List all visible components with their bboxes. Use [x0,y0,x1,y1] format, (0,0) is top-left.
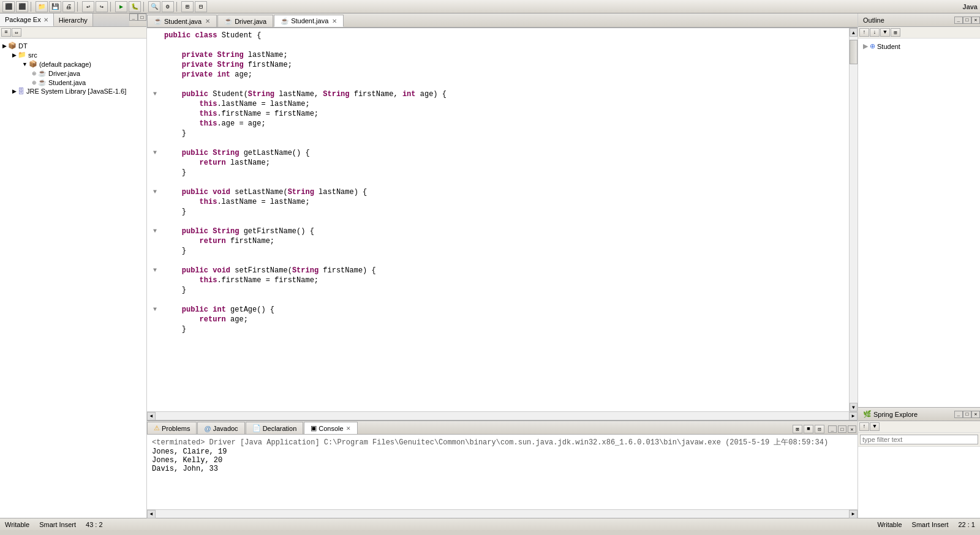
clear-console-btn[interactable]: ⊠ [793,425,802,433]
h-scroll-left[interactable]: ◄ [147,412,156,421]
arrow-default-pkg[interactable]: ▼ [22,61,28,67]
fold-setfirst[interactable]: ▼ [153,266,157,275]
tab-driver-java[interactable]: ☕ Driver.java [217,15,273,27]
fold-getage[interactable]: ▼ [153,305,157,315]
outline-btn-4[interactable]: ⊞ [891,28,900,37]
editor-tab-bar: ☕ Student.java ✕ ☕ Driver.java ☕ Student… [147,13,858,28]
arrow-jre[interactable]: ▶ [12,88,17,94]
tab-hierarchy[interactable]: Hierarchy [54,13,93,26]
toolbar-btn-2[interactable]: ⬛ [16,1,28,12]
spring-tab-bar: 🌿 Spring Explore _ □ ✕ [858,408,980,421]
code-line-constructor: ▼ public Student(String lastName, String… [164,89,844,99]
bottom-panel-maximize[interactable]: □ [838,425,846,433]
stop-console-btn[interactable]: ■ [804,425,813,433]
toolbar-btn-debug[interactable]: 🐛 [129,1,141,12]
package-explorer-label: Package Ex [5,16,41,23]
scroll-down[interactable]: ▼ [850,403,858,411]
outline-expand[interactable]: ▶ [863,42,868,50]
code-editor[interactable]: public class Student { private String la… [147,28,858,411]
link-editor-btn[interactable]: ⇔ [12,28,21,37]
tab-javadoc[interactable]: @ Javadoc [197,422,244,434]
toolbar-btn-1[interactable]: ⬛ [2,1,15,12]
outline-minimize[interactable]: _ [954,17,963,24]
package-explorer-close[interactable]: ✕ [43,17,48,23]
outline-btn-2[interactable]: ↓ [870,28,880,37]
bottom-panel-minimize[interactable]: _ [828,425,837,433]
tab-problems[interactable]: ⚠ Problems [147,422,197,434]
tab-outline[interactable]: Outline [858,15,954,25]
console-icon: ▣ [311,424,317,432]
arrow-dt[interactable]: ▶ [2,43,7,49]
h-scroll-right[interactable]: ► [849,412,858,421]
outline-item-student[interactable]: ▶ ⊕ Student [861,41,978,51]
editor-scrollbar[interactable]: ▲ ▼ [849,28,858,411]
outline-btn-1[interactable]: ↑ [859,28,869,37]
scroll-up[interactable]: ▲ [850,28,858,37]
console-btn-3[interactable]: ⊡ [815,425,824,433]
toolbar-btn-7[interactable]: ↪ [96,1,108,12]
console-h-left[interactable]: ◄ [147,510,156,518]
spring-btn-1[interactable]: ↑ [859,422,869,431]
fold-getlast[interactable]: ▼ [153,148,157,158]
toolbar-btn-run[interactable]: ▶ [115,1,127,12]
toolbar-btn-10[interactable]: ⊞ [181,1,194,12]
code-line-31: } [164,324,844,334]
tree-item-student-java[interactable]: ⊕ ☕ Student.java [2,78,144,87]
expand-sj[interactable]: ⊕ [32,80,37,86]
expand-dj[interactable]: ⊕ [32,70,37,77]
outline-btn-3[interactable]: ▼ [880,28,890,37]
tab-package-explorer[interactable]: Package Ex ✕ [0,13,54,26]
scroll-thumb[interactable] [850,40,858,64]
bottom-panel-close[interactable]: ✕ [848,425,856,433]
collapse-all-btn[interactable]: ≡ [1,28,11,37]
console-h-scrollbar[interactable]: ◄ ► [147,509,858,518]
tab-declaration[interactable]: 📄 Declaration [246,422,304,434]
tree-item-driver-java[interactable]: ⊕ ☕ Driver.java [2,69,144,78]
tab1-close[interactable]: ✕ [205,18,210,24]
toolbar-btn-11[interactable]: ⊟ [195,1,207,12]
toolbar-btn-4[interactable]: 💾 [49,1,61,12]
spring-maximize[interactable]: □ [963,411,971,418]
tab1-icon: ☕ [154,17,162,25]
code-line-9: this.firstName = firstName; [164,109,844,119]
outline-maximize[interactable]: □ [963,17,971,24]
toolbar-btn-6[interactable]: ↩ [82,1,94,12]
fold-getfirst[interactable]: ▼ [153,226,157,236]
outline-close[interactable]: ✕ [971,17,980,24]
scroll-track[interactable] [850,37,858,403]
tab-student-java-1[interactable]: ☕ Student.java ✕ [147,15,217,27]
problems-label: Problems [162,425,190,432]
spring-filter-input[interactable] [860,435,978,444]
console-label: Console [318,425,343,432]
left-panel-maximize[interactable]: □ [138,13,146,21]
fold-constructor[interactable]: ▼ [153,89,157,99]
spring-minimize[interactable]: _ [954,411,963,418]
left-panel-minimize[interactable]: _ [129,13,138,21]
tab-student-java-2[interactable]: ☕ Student.java ✕ [274,15,344,27]
code-line-getfirst: ▼ public String getFirstName() { [164,226,844,236]
tab-spring[interactable]: 🌿 Spring Explore [858,409,954,419]
code-line-getlast: ▼ public String getLastName() { [164,148,844,158]
hierarchy-label: Hierarchy [59,17,88,24]
tree-item-src[interactable]: ▶ 📁 src [2,50,144,59]
spring-btn-2[interactable]: ▼ [870,422,880,431]
code-line-getage: ▼ public int getAge() { [164,305,844,315]
toolbar-btn-5[interactable]: 🖨 [62,1,75,12]
code-line-22: return firstName; [164,236,844,246]
tree-item-dt[interactable]: ▶ 📦 DT [2,41,144,50]
toolbar-btn-9[interactable]: ⚙ [162,1,174,12]
toolbar-btn-8[interactable]: 🔍 [148,1,160,12]
tree-item-default-pkg[interactable]: ▼ 📦 (default package) [2,59,144,69]
toolbar-btn-3[interactable]: 📁 [36,1,48,12]
spring-close[interactable]: ✕ [971,411,980,418]
console-close[interactable]: ✕ [346,425,351,432]
fold-setlast[interactable]: ▼ [153,187,157,197]
tab-console[interactable]: ▣ Console ✕ [304,422,357,434]
h-scroll-track[interactable] [156,412,849,420]
tree-item-jre[interactable]: ▶ 🗄 JRE System Library [JavaSE-1.6] [2,87,144,95]
code-h-scrollbar[interactable]: ◄ ► [147,411,858,420]
console-h-track[interactable] [156,510,849,518]
tab3-close[interactable]: ✕ [332,18,337,24]
arrow-src[interactable]: ▶ [12,52,17,58]
console-h-right[interactable]: ► [849,510,858,518]
